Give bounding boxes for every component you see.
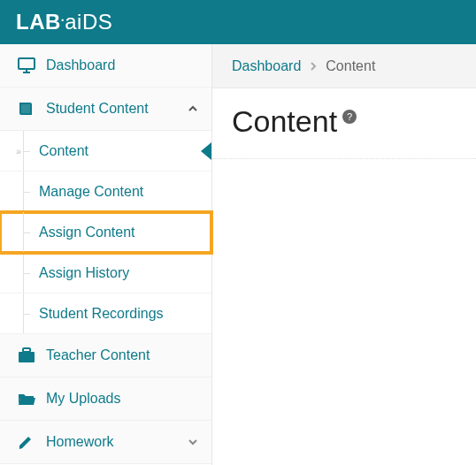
- student-content-submenu: » Content Manage Content Assign Content …: [0, 131, 211, 334]
- sidebar-item-student-content[interactable]: Student Content: [0, 88, 211, 131]
- briefcase-icon: [18, 347, 39, 363]
- brand-logo: LAB·aiDS: [16, 10, 112, 34]
- sidebar-item-label: Dashboard: [46, 57, 199, 73]
- sidebar-item-label: Student Content: [46, 101, 187, 117]
- active-indicator-icon: [201, 142, 211, 160]
- sidebar-item-label: Assign Content: [39, 225, 135, 240]
- logo-part2: aiDS: [65, 10, 112, 34]
- sidebar-item-label: My Uploads: [46, 391, 199, 407]
- chevron-double-right-icon: »: [16, 146, 21, 156]
- sidebar-item-teacher-content[interactable]: Teacher Content: [0, 334, 211, 377]
- page-title: Content: [232, 104, 337, 139]
- sidebar-item-student-recordings[interactable]: Student Recordings: [0, 293, 211, 334]
- svg-rect-4: [19, 352, 35, 362]
- sidebar-item-content[interactable]: » Content: [0, 131, 211, 172]
- breadcrumb-current: Content: [326, 58, 375, 74]
- sidebar-item-assign-history[interactable]: Assign History: [0, 253, 211, 293]
- sidebar-item-manage-content[interactable]: Manage Content: [0, 172, 211, 212]
- sidebar-item-label: Student Recordings: [39, 306, 164, 322]
- folder-open-icon: [18, 392, 39, 406]
- svg-rect-5: [23, 348, 30, 352]
- logo-part1: LAB: [16, 10, 61, 34]
- chevron-right-icon: [310, 61, 317, 72]
- book-icon: [18, 101, 39, 117]
- sidebar-item-label: Assign History: [39, 265, 129, 281]
- help-icon[interactable]: ?: [342, 110, 357, 124]
- breadcrumb-root[interactable]: Dashboard: [232, 58, 301, 74]
- chevron-up-icon: [187, 103, 199, 115]
- logo-dot: ·: [61, 13, 65, 27]
- pencil-icon: [18, 434, 39, 450]
- sidebar-item-label: Teacher Content: [46, 347, 199, 363]
- chevron-down-icon: [187, 436, 199, 448]
- sidebar-item-label: Homework: [46, 434, 187, 450]
- sidebar: Dashboard Student Content » Content Mana…: [0, 44, 212, 465]
- sidebar-item-label: Manage Content: [39, 184, 143, 200]
- sidebar-item-label: Content: [39, 143, 88, 159]
- sidebar-item-my-uploads[interactable]: My Uploads: [0, 377, 211, 421]
- svg-rect-3: [21, 104, 30, 113]
- svg-rect-0: [19, 58, 35, 69]
- main-content: Dashboard Content Content ?: [212, 44, 476, 465]
- monitor-icon: [18, 57, 39, 73]
- breadcrumb: Dashboard Content: [212, 44, 476, 88]
- sidebar-item-homework[interactable]: Homework: [0, 421, 211, 464]
- app-header: LAB·aiDS: [0, 0, 476, 44]
- sidebar-item-assign-content[interactable]: Assign Content: [0, 212, 211, 253]
- sidebar-item-dashboard[interactable]: Dashboard: [0, 44, 211, 88]
